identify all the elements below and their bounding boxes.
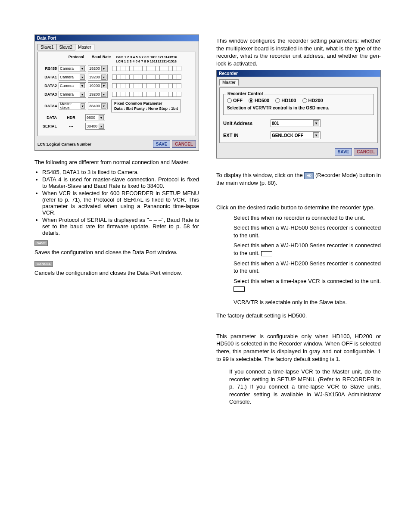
save-desc: Saves the configuration and closes the D… [34,249,199,256]
chevron-down-icon: ▼ [101,83,106,88]
recorder-tab-master[interactable]: Master [219,79,239,86]
recorder-cancel-button[interactable]: CANCEL [354,148,378,156]
rs485-baud-select[interactable]: 19200▼ [88,65,108,72]
hdr-protocol: Protocol [63,55,89,63]
chevron-down-icon: ▼ [80,66,85,71]
data4-protocol-select[interactable]: Master-Slave▼ [59,103,86,109]
row-data: DATA HDR 9600▼ [40,114,193,121]
chevron-down-icon: ▼ [80,75,85,80]
left-intro: The following are different from normal … [34,159,199,166]
radio-off[interactable]: OFF [227,98,243,103]
unit-address-label: Unit Address [223,121,262,126]
radio-hd200[interactable]: HD200 [302,98,323,103]
data2-baud-select[interactable]: 19200▼ [88,82,108,89]
note-block: If you connect a time-lapse VCR to the M… [229,368,381,406]
recorder-control-frame: Recorder Control OFF HD500 HD100 HD200 S… [223,94,374,115]
opt-hd200: Select this when a WJ-HD200 Series recor… [234,260,381,275]
opt-hd100: Select this when a WJ-HD100 Series recor… [234,242,381,257]
lcn-footnote: LCN:Logical Camera Number [37,142,91,146]
chevron-down-icon: ▼ [101,66,106,71]
row-serial: SERIAL --- 38400▼ [40,123,193,130]
default-note: The factory default setting is HD500. [216,312,381,320]
vcr-note: VCR/VTR is selectable only in the Slave … [234,299,381,306]
display-instruction: To display this window, click on the HD … [216,171,381,187]
rs485-protocol-select[interactable]: Camera▼ [59,65,86,72]
chevron-down-icon: ▼ [81,103,85,109]
right-intro: This window configures the recorder sett… [216,37,381,67]
cancel-desc: Cancels the configuration and closes the… [34,269,199,277]
opt-vcr: Select this when a time-lapse VCR is con… [234,277,381,292]
recorder-mode-icon: HD [304,172,314,179]
row-data1: DATA1 Camera▼ 19200▼ [40,74,193,81]
opt-off: Select this when no recorder is connecte… [234,214,381,222]
vcr-checkbox [234,286,245,292]
recorder-window: Recorder Master Recorder Control OFF HD5… [216,70,381,159]
chevron-down-icon: ▼ [99,124,104,129]
row-rs485: RS485 Camera▼ 19200▼ [40,65,193,72]
data1-protocol-select[interactable]: Camera▼ [59,74,86,81]
recorder-titlebar: Recorder [217,70,380,77]
data3-protocol-select[interactable]: Camera▼ [59,91,86,98]
fixed-common-parameter: Fixed Common Parameter Data : 8bit Parit… [111,100,181,112]
rc-intro: Click on the desired radio button to det… [216,204,381,212]
radio-hd100[interactable]: HD100 [275,98,296,103]
tab-slave1[interactable]: Slave1 [37,44,57,50]
row-data2: DATA2 Camera▼ 19200▼ [40,82,193,89]
row-data3: DATA3 Camera▼ 19200▼ [40,91,193,98]
chevron-down-icon: ▼ [313,132,319,138]
chevron-down-icon: ▼ [99,115,104,120]
row-data4: DATA4 Master-Slave▼ 38400▼ Fixed Common … [40,100,193,112]
chevron-down-icon: ▼ [313,120,319,126]
recorder-save-button[interactable]: SAVE [335,148,352,156]
radio-hd500[interactable]: HD500 [249,98,269,103]
cancel-button-ref: CANCEL [34,261,53,267]
osd-note: Selection of VCR/VTR control is in the O… [227,106,370,110]
data-port-tabs: Slave1 Slave2 Master [37,44,196,50]
unit-para: This parameter is configurable only when… [216,333,381,363]
extin-label: EXT IN [223,133,262,138]
opt-hd500: Select this when a WJ-HD500 Series recor… [234,224,381,239]
data4-baud-select[interactable]: 38400▼ [88,103,108,109]
left-bullets: RS485, DATA1 to 3 is fixed to Camera. DA… [42,169,199,236]
data3-baud-select[interactable]: 19200▼ [88,91,108,98]
hdr-baud: Baud Rate [91,55,112,63]
tab-master[interactable]: Master [75,44,94,50]
data-port-save-button[interactable]: SAVE [153,140,171,148]
chevron-down-icon: ▼ [101,92,106,97]
data-port-window: Data Port Slave1 Slave2 Master Protocol … [34,34,199,151]
serial-baud-select[interactable]: 38400▼ [85,123,105,130]
tab-slave2[interactable]: Slave2 [56,44,76,50]
extin-select[interactable]: GENLOCK OFF▼ [271,131,321,139]
data-port-cancel-button[interactable]: CANCEL [172,140,196,148]
data-baud-select[interactable]: 9600▼ [85,114,105,121]
data2-protocol-select[interactable]: Camera▼ [59,82,86,89]
save-button-ref: SAVE [34,240,48,246]
data-port-titlebar: Data Port [35,35,199,41]
chevron-down-icon: ▼ [101,75,106,80]
chevron-down-icon: ▼ [80,83,85,88]
hd100-checkbox [261,251,272,256]
chevron-down-icon: ▼ [101,103,106,109]
chevron-down-icon: ▼ [80,92,85,97]
data1-baud-select[interactable]: 19200▼ [88,74,108,81]
unit-address-select[interactable]: 001▼ [271,119,321,127]
